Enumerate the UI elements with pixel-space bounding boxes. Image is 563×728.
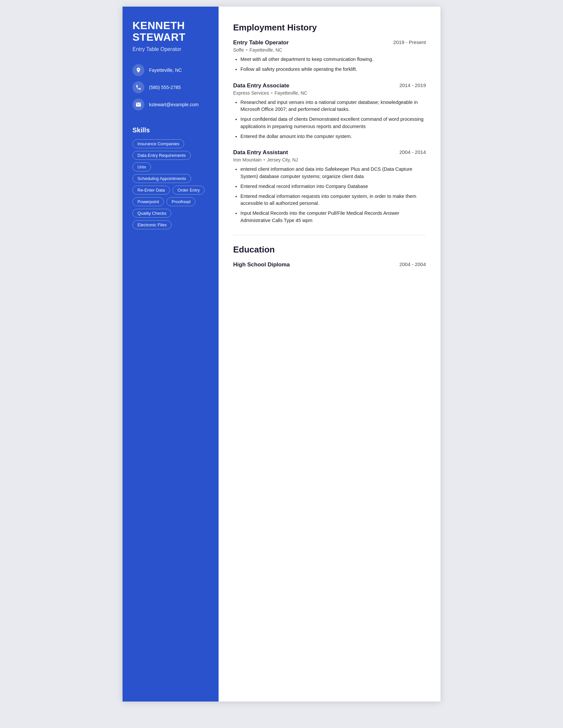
skill-tag-7: Proofread (166, 197, 195, 206)
bullet-1-1: Meet with all other department to keep c… (240, 56, 426, 63)
job-header-1: Entry Table Operator 2019 - Present (233, 39, 426, 46)
skill-tag-4: Re-Enter Data (132, 186, 170, 195)
phone-text: (580) 555-2785 (149, 85, 181, 90)
skills-tags: Insurance CompaniesData Entry Requiremen… (132, 139, 209, 229)
location-text: Fayetteville, NC (149, 68, 182, 73)
bullet-2-3: Entered the dollar amount into the compu… (240, 133, 426, 140)
section-divider (233, 235, 426, 235)
sidebar: KENNETH STEWART Entry Table Operator Fay… (122, 7, 218, 702)
email-icon (132, 99, 144, 111)
skill-tag-0: Insurance Companies (132, 139, 184, 148)
company-name-1: Soffe (233, 47, 244, 53)
company-name-3: Iron Mountain (233, 157, 261, 162)
edu-title: High School Diploma (233, 261, 290, 268)
skills-heading: Skills (132, 126, 209, 134)
contact-location: Fayetteville, NC (132, 64, 209, 76)
edu-dates: 2004 - 2004 (399, 261, 426, 267)
education-block: High School Diploma 2004 - 2004 (233, 261, 426, 268)
job-entry-table-operator: Entry Table Operator 2019 - Present Soff… (233, 39, 426, 73)
skills-section: Skills Insurance CompaniesData Entry Req… (132, 126, 209, 229)
job-dates-3: 2004 - 2014 (399, 149, 426, 155)
company-location-3: Jersey City, NJ (267, 157, 298, 162)
job-title-3: Data Entry Assistant (233, 149, 288, 156)
bullet-3-4: Input Medical Records into the computer … (240, 210, 426, 224)
skill-tag-8: Quality Checks (132, 209, 171, 218)
job-bullets-1: Meet with all other department to keep c… (233, 56, 426, 73)
job-company-2: Express Services • Fayetteville, NC (233, 90, 426, 96)
skill-tag-6: Powerpoint (132, 197, 164, 206)
company-name-2: Express Services (233, 90, 269, 96)
company-location-1: Fayetteville, NC (249, 47, 282, 53)
email-text: kstewart@example.com (149, 102, 199, 107)
employment-heading: Employment History (233, 23, 426, 33)
bullet-3-3: Entered medical information requests int… (240, 193, 426, 207)
job-data-entry-assistant: Data Entry Assistant 2004 - 2014 Iron Mo… (233, 149, 426, 224)
job-title-1: Entry Table Operator (233, 39, 289, 46)
job-bullets-3: entered client information and data into… (233, 166, 426, 224)
skill-tag-2: Unix (132, 162, 151, 171)
bullet-2-1: Researched and input venues into a natio… (240, 99, 426, 114)
skill-tag-5: Order Entry (172, 186, 205, 195)
job-dates-1: 2019 - Present (394, 39, 426, 45)
main-content: Employment History Entry Table Operator … (218, 7, 441, 702)
skill-tag-3: Scheduling Appointments (132, 174, 191, 183)
company-location-2: Fayetteville, NC (274, 90, 307, 96)
education-heading: Education (233, 245, 426, 255)
job-company-3: Iron Mountain • Jersey City, NJ (233, 157, 426, 162)
contact-email: kstewart@example.com (132, 99, 209, 111)
bullet-3-2: Entered medical record information into … (240, 183, 426, 190)
job-data-entry-associate: Data Entry Associate 2014 - 2019 Express… (233, 82, 426, 140)
location-icon (132, 64, 144, 76)
phone-icon (132, 81, 144, 93)
candidate-title: Entry Table Operator (132, 46, 209, 52)
contact-phone: (580) 555-2785 (132, 81, 209, 93)
contact-section: Fayetteville, NC (580) 555-2785 kstewart… (132, 64, 209, 111)
resume-container: KENNETH STEWART Entry Table Operator Fay… (122, 7, 441, 702)
skill-tag-1: Data Entry Requirements (132, 151, 191, 160)
job-title-2: Data Entry Associate (233, 82, 289, 89)
job-bullets-2: Researched and input venues into a natio… (233, 99, 426, 140)
bullet-1-2: Follow all safety procedures while opera… (240, 66, 426, 73)
bullet-2-2: Input confidential data of clients Demon… (240, 116, 426, 130)
job-dates-2: 2014 - 2019 (399, 82, 426, 88)
job-header-2: Data Entry Associate 2014 - 2019 (233, 82, 426, 89)
candidate-name: KENNETH STEWART (132, 20, 209, 43)
job-header-3: Data Entry Assistant 2004 - 2014 (233, 149, 426, 156)
skill-tag-9: Electronic Files (132, 220, 171, 229)
bullet-3-1: entered client information and data into… (240, 166, 426, 180)
job-company-1: Soffe • Fayetteville, NC (233, 47, 426, 53)
